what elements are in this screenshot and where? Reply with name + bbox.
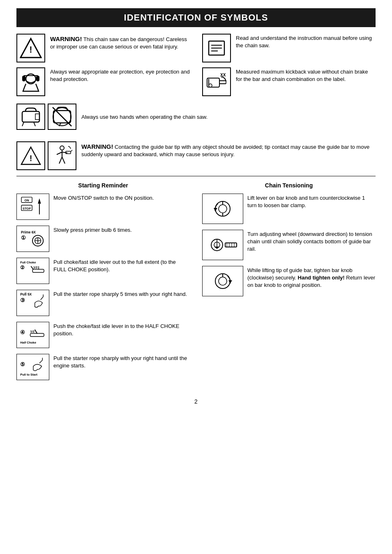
svg-text:Half Choke: Half Choke — [20, 341, 36, 344]
svg-line-60 — [39, 360, 42, 363]
two-hands-section: Always use two hands when operating the … — [16, 104, 376, 136]
page-number: 2 — [16, 398, 376, 405]
svg-line-52 — [41, 297, 44, 300]
two-hands-text: Always use two hands when operating the … — [81, 113, 208, 121]
chain-step-1-text: Lift lever on bar knob and turn counterc… — [247, 194, 376, 209]
svg-line-26 — [57, 152, 62, 155]
warning-danger-icon: ! — [16, 34, 45, 62]
two-hands-icon-1 — [16, 104, 45, 130]
step-on-stop-text: Move ON/STOP switch to the ON position. — [53, 194, 154, 202]
two-hands-icons — [16, 104, 76, 130]
svg-rect-18 — [35, 114, 39, 120]
half-choke-icon: ④ 1/2 Half Choke — [16, 322, 49, 348]
svg-marker-67 — [214, 208, 217, 211]
svg-text:Pull to Start: Pull to Start — [20, 373, 37, 376]
step-pull-to-start: ⑤ Pull to Start Pull the starter rope sh… — [16, 354, 190, 380]
svg-point-16 — [209, 84, 212, 87]
svg-text:1/2: 1/2 — [30, 330, 34, 333]
svg-marker-36 — [38, 198, 41, 203]
two-hands-icon-2 — [48, 104, 76, 130]
pull-to-start-icon: ⑤ Pull to Start — [16, 354, 49, 380]
step-full-choke-text: Pull choke/fast idle lever out to the fu… — [53, 258, 190, 273]
svg-text:!: ! — [30, 154, 32, 163]
symbol-warning: ! WARNING! This chain saw can be dangero… — [16, 34, 190, 62]
chain-step-1-icon — [202, 194, 243, 224]
svg-rect-8 — [36, 76, 39, 81]
symbols-section: ! WARNING! This chain saw can be dangero… — [16, 34, 376, 96]
warning-bar-text: WARNING! Contacting the guide bar tip wi… — [81, 141, 376, 158]
step-prime-text: Slowly press primer bulb 6 times. — [53, 226, 132, 234]
svg-text:②: ② — [20, 265, 25, 270]
step-pull-5x-text: Pull the starter rope sharply 5 times wi… — [53, 290, 187, 298]
svg-rect-7 — [22, 76, 25, 81]
svg-rect-17 — [22, 111, 39, 122]
svg-point-78 — [219, 277, 227, 285]
step-prime: Prime 6X ① Slowly press primer bulb 6 ti… — [16, 226, 190, 252]
step-full-choke: Full Choke ② 1/2 Pull choke/fast idle le… — [16, 258, 190, 284]
chain-tensioning-col: Chain Tensioning Lift lever on bar knob … — [202, 182, 376, 386]
step-on-stop: ON STOP Move ON/STOP switch to the ON po… — [16, 194, 190, 220]
svg-line-31 — [71, 150, 72, 152]
svg-text:ON: ON — [24, 199, 29, 202]
svg-text:③: ③ — [20, 297, 25, 303]
starting-reminder-col: Starting Reminder ON STOP Move ON/STOP s… — [16, 182, 190, 386]
chain-step-1: Lift lever on bar knob and turn counterc… — [202, 194, 376, 224]
svg-text:!: ! — [29, 44, 32, 55]
step-pull-to-start-text: Pull the starter rope sharply with your … — [53, 354, 190, 369]
svg-point-24 — [60, 146, 64, 150]
step-pull-5x: Pull 5X ③ Pull the starter rope sharply … — [16, 290, 190, 316]
prime-icon: Prime 6X ① — [16, 226, 49, 252]
svg-text:④: ④ — [20, 329, 25, 335]
kickback-text: Measured maximum kickback value without … — [236, 67, 376, 83]
svg-text:Prime 6X: Prime 6X — [21, 230, 36, 234]
full-choke-icon: Full Choke ② 1/2 — [16, 258, 49, 284]
symbol-protection: Always wear appropriate ear protection, … — [16, 67, 190, 96]
section-divider — [16, 176, 376, 176]
warning-triangle-icon: ! — [16, 141, 45, 170]
ear-protection-icon — [16, 67, 45, 96]
svg-point-64 — [219, 205, 227, 213]
chain-step-2-text: Turn adjusting wheel (downward direction… — [247, 230, 376, 253]
svg-rect-56 — [30, 333, 44, 336]
kickback-icon: XX — [202, 67, 231, 96]
warning-danger-text: WARNING! This chain saw can be dangerous… — [50, 34, 190, 51]
pull-5x-icon: Pull 5X ③ — [16, 290, 49, 316]
chain-step-3-text: While lifting tip of guide bar, tighten … — [247, 266, 376, 289]
step-half-choke-text: Push the choke/fast idle lever in to the… — [53, 322, 190, 337]
read-manual-text: Read and understand the instruction manu… — [236, 34, 376, 49]
chain-step-3: While lifting tip of guide bar, tighten … — [202, 266, 376, 296]
page-title: IDENTIFICATION OF SYMBOLS — [16, 8, 376, 27]
read-manual-icon — [202, 34, 231, 62]
svg-line-27 — [62, 152, 67, 153]
svg-line-57 — [35, 330, 37, 333]
svg-text:1/2: 1/2 — [33, 265, 37, 269]
svg-text:⑤: ⑤ — [20, 361, 25, 367]
warning-bar-icons: ! — [16, 141, 76, 170]
on-stop-icon: ON STOP — [16, 194, 49, 220]
chain-tensioning-title: Chain Tensioning — [202, 182, 376, 189]
starting-reminder-title: Starting Reminder — [16, 182, 190, 189]
instructions-section: Starting Reminder ON STOP Move ON/STOP s… — [16, 182, 376, 386]
chain-step-2-icon — [202, 230, 243, 260]
warning-bar-section: ! WARNING! Contacting the gu — [16, 141, 376, 170]
svg-text:①: ① — [21, 235, 26, 241]
svg-text:Full Choke: Full Choke — [20, 261, 36, 264]
svg-line-29 — [62, 157, 65, 164]
svg-text:Pull 5X: Pull 5X — [20, 292, 32, 296]
symbol-kickback: XX Measured maximum kickback value witho… — [202, 67, 376, 96]
symbol-read-manual: Read and understand the instruction manu… — [202, 34, 376, 62]
svg-marker-80 — [228, 280, 232, 284]
chain-step-3-icon — [202, 266, 243, 296]
step-half-choke: ④ 1/2 Half Choke Push the choke/fast idl… — [16, 322, 190, 348]
chain-step-2: Turn adjusting wheel (downward direction… — [202, 230, 376, 260]
svg-rect-47 — [32, 269, 44, 272]
ear-protection-text: Always wear appropriate ear protection, … — [50, 67, 190, 83]
kickback-motion-icon — [48, 141, 76, 170]
svg-marker-70 — [215, 247, 219, 249]
svg-line-28 — [59, 157, 62, 164]
svg-text:STOP: STOP — [23, 207, 31, 210]
